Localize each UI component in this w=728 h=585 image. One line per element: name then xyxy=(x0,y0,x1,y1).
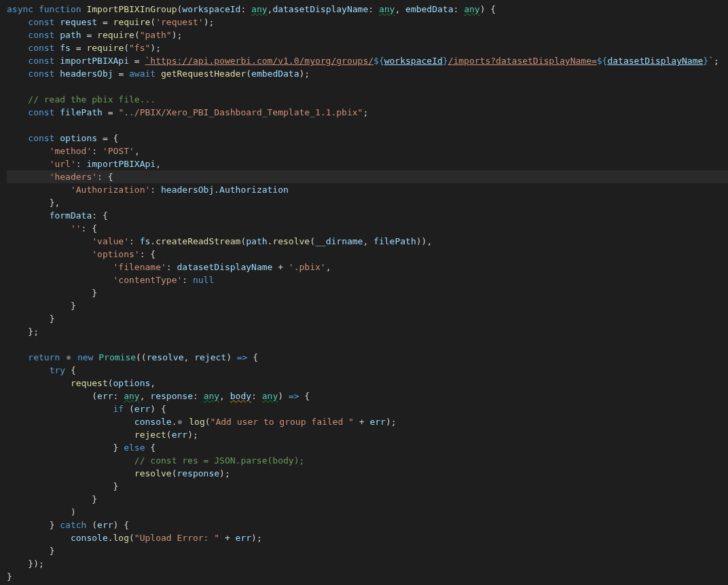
code-line: const request = require('request'); xyxy=(7,16,728,29)
code-line: request(options, xyxy=(7,377,728,390)
code-line: 'contentType': null xyxy=(7,273,728,286)
code-line: if (err) { xyxy=(7,402,728,415)
code-line: 'value': fs.createReadStream(path.resolv… xyxy=(7,235,728,248)
code-line: const headersObj = await getRequestHeade… xyxy=(7,67,728,80)
code-line: const filePath = "../PBIX/Xero_PBI_Dashb… xyxy=(7,106,728,119)
code-line: } xyxy=(7,312,728,325)
code-line: formData: { xyxy=(7,209,728,222)
debug-breakpoint-hint-icon[interactable] xyxy=(67,356,71,360)
code-line: 'options': { xyxy=(7,248,728,261)
code-line: const path = require("path"); xyxy=(7,29,728,41)
code-line: console.log("Upload Error: " + err); xyxy=(7,531,728,544)
debug-breakpoint-hint-icon[interactable] xyxy=(178,420,182,424)
code-line: reject(err); xyxy=(7,428,728,441)
code-line: (err: any, response: any, body: any) => … xyxy=(7,390,728,402)
code-line: } xyxy=(7,493,728,506)
code-line: ) xyxy=(7,506,728,518)
code-line: } else { xyxy=(7,441,728,454)
code-line: }); xyxy=(7,557,728,570)
code-line: } xyxy=(7,570,728,583)
code-line: return new Promise((resolve, reject) => … xyxy=(7,351,728,364)
code-line: '': { xyxy=(7,222,728,235)
code-line xyxy=(7,119,728,132)
code-line: }; xyxy=(7,325,728,338)
code-line: async function ImportPBIXInGroup(workspa… xyxy=(7,3,728,16)
code-line: const importPBIXApi = `https://api.power… xyxy=(7,54,728,67)
code-line: 'url': importPBIXApi, xyxy=(7,157,728,170)
code-line: }, xyxy=(7,196,728,209)
code-line: 'Authorization': headersObj.Authorizatio… xyxy=(7,183,728,196)
code-line: resolve(response); xyxy=(7,467,728,480)
code-line-current: 'headers': { xyxy=(7,170,728,183)
code-line: 'filename': datasetDisplayName + '.pbix'… xyxy=(7,261,728,273)
code-line: } catch (err) { xyxy=(7,518,728,531)
code-line: } xyxy=(7,299,728,312)
code-line: 'method': 'POST', xyxy=(7,145,728,157)
code-line: } xyxy=(7,480,728,493)
code-line: const fs = require("fs"); xyxy=(7,41,728,54)
code-line: // read the pbix file... xyxy=(7,93,728,106)
code-line: const options = { xyxy=(7,132,728,145)
code-line: // const res = JSON.parse(body); xyxy=(7,454,728,467)
code-line: } xyxy=(7,544,728,557)
code-line: try { xyxy=(7,364,728,377)
code-line: console. log("Add user to group failed "… xyxy=(7,415,728,428)
code-line xyxy=(7,80,728,93)
code-editor[interactable]: async function ImportPBIXInGroup(workspa… xyxy=(0,0,728,585)
code-line xyxy=(7,338,728,351)
code-line: } xyxy=(7,286,728,299)
